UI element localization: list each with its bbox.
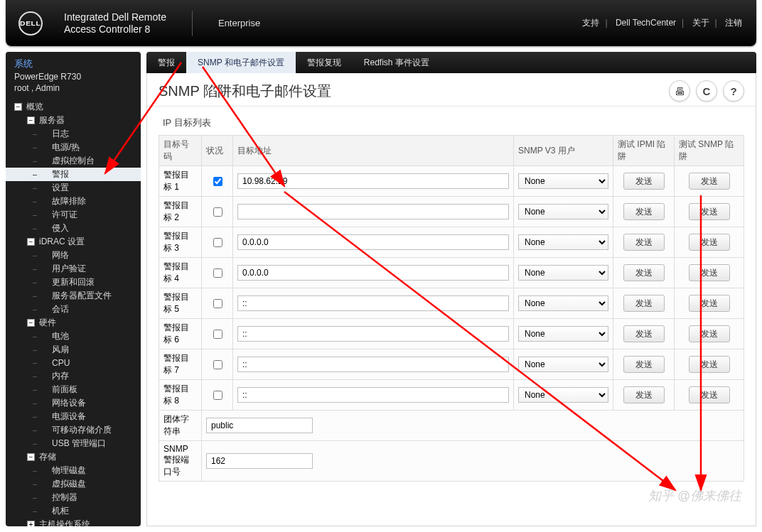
dest-enable-checkbox[interactable] [213,330,222,339]
nav-label: 电源设备 [52,411,86,423]
test-ipmi-button[interactable]: 发送 [623,325,665,342]
help-button[interactable]: ? [723,80,744,102]
nav-警报[interactable]: 警报 [6,168,141,181]
test-ipmi-button[interactable]: 发送 [623,203,665,220]
tab-SNMP 和电子邮件设置[interactable]: SNMP 和电子邮件设置 [186,52,296,73]
snmp-user-select[interactable]: None [518,204,608,219]
nav-更新和回滚[interactable]: 更新和回滚 [6,276,141,289]
test-snmp-button[interactable]: 发送 [689,356,730,373]
test-snmp-button[interactable]: 发送 [689,386,730,403]
refresh-button[interactable]: C [696,80,717,102]
link-techcenter[interactable]: Dell TechCenter [616,18,676,28]
dest-address-input[interactable] [237,387,509,403]
nav-电池[interactable]: 电池 [6,330,141,343]
tree-toggle-icon[interactable]: − [14,103,22,111]
snmp-user-select[interactable]: None [518,234,608,250]
community-string-input[interactable] [206,418,313,433]
nav-设置[interactable]: 设置 [6,181,141,195]
nav-USB 管理端口[interactable]: USB 管理端口 [6,437,141,450]
tree-toggle-icon[interactable]: − [27,453,35,461]
nav-概览[interactable]: −概览 [6,100,141,114]
nav-虚拟磁盘[interactable]: 虚拟磁盘 [6,477,141,491]
test-ipmi-button[interactable]: 发送 [623,295,665,312]
dest-enable-checkbox[interactable] [213,360,222,369]
nav-侵入[interactable]: 侵入 [6,222,141,235]
test-snmp-button[interactable]: 发送 [689,295,730,312]
nav-内存[interactable]: 内存 [6,369,141,383]
snmp-user-select[interactable]: None [518,265,608,281]
dest-address-input[interactable] [237,357,509,372]
test-snmp-button[interactable]: 发送 [689,234,730,251]
snmp-user-select[interactable]: None [518,295,608,311]
nav-用户验证[interactable]: 用户验证 [6,262,141,276]
nav-故障排除[interactable]: 故障排除 [6,195,141,208]
snmp-user-select[interactable]: None [518,387,608,403]
tab-bar: 警报SNMP 和电子邮件设置警报复现Redfish 事件设置 [146,52,756,73]
nav-许可证[interactable]: 许可证 [6,208,141,222]
dest-enable-checkbox[interactable] [213,238,222,247]
dest-address-input[interactable] [237,295,509,311]
nav-主机操作系统[interactable]: +主机操作系统 [6,518,141,526]
nav-虚拟控制台[interactable]: 虚拟控制台 [6,154,141,168]
nav-网络设备[interactable]: 网络设备 [6,396,141,410]
dest-enable-checkbox[interactable] [213,391,222,400]
nav-会话[interactable]: 会话 [6,303,141,316]
dest-address-input[interactable] [237,326,509,342]
test-ipmi-button[interactable]: 发送 [623,356,665,373]
nav-前面板[interactable]: 前面板 [6,383,141,396]
snmp-user-select[interactable]: None [518,357,608,372]
tree-toggle-icon[interactable]: − [27,238,35,246]
nav-物理磁盘[interactable]: 物理磁盘 [6,464,141,477]
test-ipmi-button[interactable]: 发送 [623,264,665,281]
nav-label: 服务器配置文件 [52,290,112,302]
nav-机柜[interactable]: 机柜 [6,504,141,518]
link-about[interactable]: 关于 [692,18,709,28]
link-logout[interactable]: 注销 [725,18,742,28]
test-ipmi-button[interactable]: 发送 [623,386,665,403]
nav-网络[interactable]: 网络 [6,249,141,262]
print-button[interactable]: 🖶 [669,80,690,102]
dest-row-6: 警报目标 6None发送发送 [159,319,744,349]
nav-服务器[interactable]: −服务器 [6,114,141,127]
dest-enable-checkbox[interactable] [213,177,222,186]
nav-服务器配置文件[interactable]: 服务器配置文件 [6,289,141,303]
dest-row-4: 警报目标 4None发送发送 [159,258,744,288]
snmp-user-select[interactable]: None [518,326,608,342]
tab-警报[interactable]: 警报 [146,52,186,73]
test-ipmi-button[interactable]: 发送 [623,173,665,190]
nav-电源/热[interactable]: 电源/热 [6,141,141,154]
nav-iDRAC 设置[interactable]: −iDRAC 设置 [6,235,141,249]
dest-address-input[interactable] [237,173,509,189]
nav-CPU[interactable]: CPU [6,357,141,369]
tree-toggle-icon[interactable]: − [27,116,35,124]
tree-toggle-icon[interactable]: + [27,521,35,526]
nav-风扇[interactable]: 风扇 [6,343,141,357]
dest-address-input[interactable] [237,204,509,219]
test-ipmi-button[interactable]: 发送 [623,234,665,251]
sidebar-user: root , Admin [14,83,134,93]
dest-enable-checkbox[interactable] [213,299,222,308]
test-snmp-button[interactable]: 发送 [689,325,730,342]
tab-警报复现[interactable]: 警报复现 [296,52,353,73]
test-snmp-button[interactable]: 发送 [689,264,730,281]
snmp-port-label: SNMP 警报端口号 [159,441,202,482]
snmp-port-input[interactable] [206,453,313,469]
nav-label: 概览 [26,101,43,113]
dest-enable-checkbox[interactable] [213,207,222,217]
nav-硬件[interactable]: −硬件 [6,316,141,330]
ip-destination-table: 目标号码 状况 目标地址 SNMP V3 用户 测试 IPMI 陷阱 测试 SN… [159,135,744,482]
tree-toggle-icon[interactable]: − [27,319,35,327]
test-snmp-button[interactable]: 发送 [689,173,730,190]
link-support[interactable]: 支持 [582,18,599,28]
dest-enable-checkbox[interactable] [213,268,222,278]
nav-控制器[interactable]: 控制器 [6,491,141,504]
dest-address-input[interactable] [237,234,509,250]
dest-address-input[interactable] [237,265,509,281]
nav-存储[interactable]: −存储 [6,450,141,464]
nav-日志[interactable]: 日志 [6,127,141,141]
test-snmp-button[interactable]: 发送 [689,203,730,220]
nav-电源设备[interactable]: 电源设备 [6,410,141,423]
tab-Redfish 事件设置[interactable]: Redfish 事件设置 [353,52,441,73]
snmp-user-select[interactable]: None [518,173,608,189]
nav-可移动存储介质[interactable]: 可移动存储介质 [6,423,141,437]
